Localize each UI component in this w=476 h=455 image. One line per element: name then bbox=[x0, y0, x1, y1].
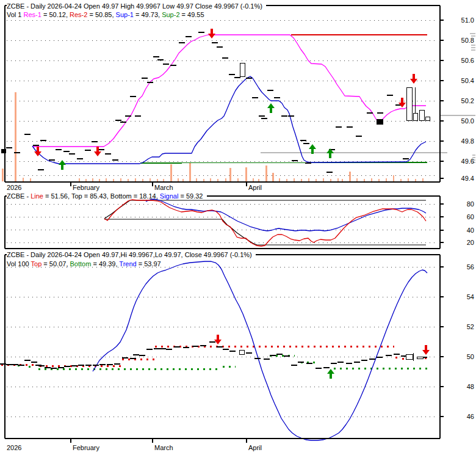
sell-signal-arrow-icon bbox=[214, 335, 222, 344]
candlestick bbox=[425, 117, 430, 120]
x-axis-month-label: February bbox=[73, 184, 100, 191]
indicator-dot bbox=[29, 366, 31, 368]
x-axis-month-label: March bbox=[154, 444, 173, 451]
indicator-dot bbox=[395, 357, 397, 359]
price-marker-square bbox=[1, 149, 6, 153]
candlestick bbox=[417, 357, 423, 359]
y-axis-label: 50.4 bbox=[461, 77, 474, 84]
res1-magenta-line bbox=[32, 35, 426, 147]
chart-canvas: ZCBE - Daily 2026-04-24 Open 49.97 High … bbox=[0, 0, 476, 455]
x-axis-month-label: March bbox=[154, 184, 173, 191]
y-axis-label: 50.6 bbox=[461, 57, 474, 64]
y-axis-label: 50.2 bbox=[461, 97, 474, 104]
trend-blue-line bbox=[93, 261, 427, 440]
candlestick bbox=[406, 87, 412, 120]
y-axis-label: 46 bbox=[467, 413, 474, 420]
top-level-black bbox=[104, 200, 426, 219]
y-axis-label: 52 bbox=[467, 323, 474, 330]
panel-price: ZCBE - Daily 2026-04-24 Open 49.97 High … bbox=[1, 2, 475, 191]
panel-oscillator: ZCBE - Line = 51.56, Top = 85.43, Bottom… bbox=[5, 192, 474, 249]
sell-signal-arrow-icon bbox=[398, 98, 406, 107]
candlestick bbox=[240, 63, 245, 76]
price-marker-square bbox=[377, 119, 383, 125]
sell-signal-arrow-icon bbox=[208, 29, 215, 38]
indicator-dot bbox=[402, 358, 404, 360]
y-axis-label: 60 bbox=[467, 213, 474, 220]
sell-signal-arrow-icon bbox=[94, 147, 101, 156]
x-axis-year-label: 2026 bbox=[7, 444, 21, 451]
y-axis-label: 50.8 bbox=[461, 37, 474, 44]
y-axis-label: 48 bbox=[467, 383, 474, 390]
sup2-green-line bbox=[140, 162, 427, 163]
y-axis-label: 49.8 bbox=[461, 137, 474, 145]
panel-trend-title: ZCBE - Daily 2026-04-24 Open 49.97,Hi 49… bbox=[7, 251, 252, 258]
y-axis-label: 49.6 bbox=[461, 158, 474, 165]
sup1-blue-line bbox=[32, 76, 426, 164]
y-axis-label: 49.4 bbox=[461, 175, 474, 182]
x-axis-year-label: 2026 bbox=[7, 184, 21, 191]
panel-price-title: ZCBE - Daily 2026-04-24 Open 49.97 High … bbox=[7, 2, 262, 10]
x-axis-month-label: April bbox=[248, 184, 262, 191]
candlestick bbox=[419, 110, 424, 120]
buy-signal-arrow-icon bbox=[267, 103, 275, 113]
y-axis-label: 51.0 bbox=[461, 16, 474, 24]
line-red-line bbox=[104, 200, 426, 246]
y-axis-label: 50 bbox=[467, 353, 474, 360]
candlestick bbox=[239, 350, 244, 354]
sell-signal-arrow-icon bbox=[422, 345, 430, 355]
y-axis-label: 20 bbox=[467, 239, 474, 246]
y-axis-label: 80 bbox=[467, 200, 474, 208]
x-axis-month-label: February bbox=[73, 444, 100, 451]
y-axis-label: 56 bbox=[467, 263, 474, 271]
sell-signal-arrow-icon bbox=[410, 74, 417, 84]
y-axis-label: 40 bbox=[467, 227, 474, 234]
panel-oscillator-title: ZCBE - Line = 51.56, Top = 85.43, Bottom… bbox=[7, 192, 203, 200]
panel-trend-subtitle: Vol 100 Top = 50.07, Bottom = 49.39, Tre… bbox=[7, 260, 161, 268]
panel-trend: ZCBE - Daily 2026-04-24 Open 49.97,Hi 49… bbox=[0, 251, 474, 451]
panel-price-subtitle: Vol 1 Res-1 = 50.12, Res-2 = 50.85, Sup-… bbox=[7, 11, 204, 18]
candlestick bbox=[406, 354, 413, 359]
signal-blue-line bbox=[146, 199, 426, 231]
buy-signal-arrow-icon bbox=[327, 369, 334, 379]
candlestick bbox=[413, 113, 417, 120]
y-axis-label: 54 bbox=[467, 293, 474, 300]
bottom-level-black bbox=[104, 219, 426, 245]
x-axis-month-label: April bbox=[248, 444, 262, 451]
stock-chart-app: ZCBE - Daily 2026-04-24 Open 49.97 High … bbox=[0, 0, 476, 455]
buy-signal-arrow-icon bbox=[59, 160, 66, 170]
y-axis-label: 50.0 bbox=[461, 117, 474, 125]
